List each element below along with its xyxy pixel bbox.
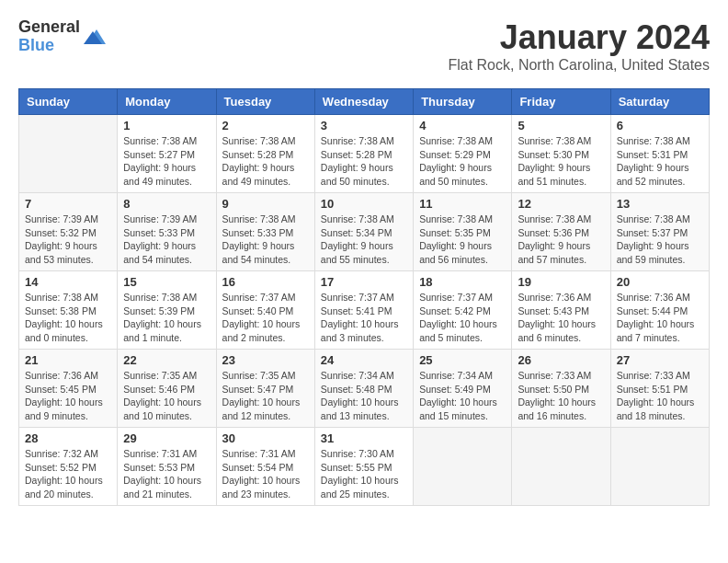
calendar-cell: 3Sunrise: 7:38 AM Sunset: 5:28 PM Daylig…	[314, 115, 413, 193]
day-number: 1	[123, 119, 210, 132]
calendar-cell: 5Sunrise: 7:38 AM Sunset: 5:30 PM Daylig…	[512, 115, 610, 193]
calendar-cell: 14Sunrise: 7:38 AM Sunset: 5:38 PM Dayli…	[19, 271, 118, 350]
calendar-week-row: 14Sunrise: 7:38 AM Sunset: 5:38 PM Dayli…	[19, 271, 710, 350]
calendar-cell	[610, 428, 709, 506]
calendar-day-header: Wednesday	[314, 89, 413, 115]
day-number: 8	[123, 197, 210, 211]
calendar-cell: 8Sunrise: 7:39 AM Sunset: 5:33 PM Daylig…	[118, 193, 216, 271]
calendar-week-row: 7Sunrise: 7:39 AM Sunset: 5:32 PM Daylig…	[19, 193, 710, 271]
calendar-cell: 4Sunrise: 7:38 AM Sunset: 5:29 PM Daylig…	[414, 115, 512, 193]
day-info: Sunrise: 7:36 AM Sunset: 5:45 PM Dayligh…	[25, 369, 111, 423]
day-info: Sunrise: 7:31 AM Sunset: 5:53 PM Dayligh…	[123, 447, 210, 501]
calendar-week-row: 28Sunrise: 7:32 AM Sunset: 5:52 PM Dayli…	[19, 428, 710, 506]
page-header: General Blue January 2024 Flat Rock, Nor…	[18, 18, 710, 74]
day-info: Sunrise: 7:34 AM Sunset: 5:48 PM Dayligh…	[321, 369, 407, 423]
day-number: 27	[617, 353, 703, 367]
day-number: 2	[222, 119, 309, 132]
calendar-cell: 16Sunrise: 7:37 AM Sunset: 5:40 PM Dayli…	[216, 271, 314, 350]
calendar-cell: 28Sunrise: 7:32 AM Sunset: 5:52 PM Dayli…	[19, 428, 118, 506]
calendar-day-header: Friday	[512, 89, 610, 115]
calendar-cell: 25Sunrise: 7:34 AM Sunset: 5:49 PM Dayli…	[414, 350, 512, 428]
calendar-cell: 18Sunrise: 7:37 AM Sunset: 5:42 PM Dayli…	[414, 271, 512, 350]
calendar-week-row: 21Sunrise: 7:36 AM Sunset: 5:45 PM Dayli…	[19, 350, 710, 428]
day-info: Sunrise: 7:38 AM Sunset: 5:36 PM Dayligh…	[518, 213, 604, 267]
day-number: 29	[123, 431, 210, 445]
day-info: Sunrise: 7:38 AM Sunset: 5:34 PM Dayligh…	[321, 213, 407, 267]
day-number: 10	[321, 197, 407, 211]
calendar-day-header: Saturday	[610, 89, 709, 115]
day-number: 25	[419, 353, 506, 367]
day-info: Sunrise: 7:37 AM Sunset: 5:41 PM Dayligh…	[321, 291, 407, 345]
calendar-cell: 29Sunrise: 7:31 AM Sunset: 5:53 PM Dayli…	[118, 428, 216, 506]
day-number: 20	[617, 275, 703, 289]
day-number: 6	[617, 119, 703, 132]
day-number: 31	[321, 431, 407, 445]
calendar-cell: 13Sunrise: 7:38 AM Sunset: 5:37 PM Dayli…	[610, 193, 709, 271]
calendar-cell: 2Sunrise: 7:38 AM Sunset: 5:28 PM Daylig…	[216, 115, 314, 193]
day-number: 13	[617, 197, 703, 211]
day-info: Sunrise: 7:32 AM Sunset: 5:52 PM Dayligh…	[25, 447, 111, 501]
calendar-cell: 20Sunrise: 7:36 AM Sunset: 5:44 PM Dayli…	[610, 271, 709, 350]
day-number: 16	[222, 275, 309, 289]
calendar-header-row: SundayMondayTuesdayWednesdayThursdayFrid…	[19, 89, 710, 115]
calendar-day-header: Thursday	[414, 89, 512, 115]
calendar-day-header: Sunday	[19, 89, 118, 115]
day-number: 12	[518, 197, 604, 211]
day-info: Sunrise: 7:38 AM Sunset: 5:33 PM Dayligh…	[222, 213, 309, 267]
day-info: Sunrise: 7:33 AM Sunset: 5:51 PM Dayligh…	[617, 369, 703, 423]
calendar-cell: 21Sunrise: 7:36 AM Sunset: 5:45 PM Dayli…	[19, 350, 118, 428]
calendar-cell: 11Sunrise: 7:38 AM Sunset: 5:35 PM Dayli…	[414, 193, 512, 271]
day-info: Sunrise: 7:38 AM Sunset: 5:38 PM Dayligh…	[25, 291, 111, 345]
day-number: 11	[419, 197, 506, 211]
day-info: Sunrise: 7:39 AM Sunset: 5:33 PM Dayligh…	[123, 213, 210, 267]
day-info: Sunrise: 7:38 AM Sunset: 5:29 PM Dayligh…	[419, 134, 506, 189]
day-number: 24	[321, 353, 407, 367]
day-number: 26	[518, 353, 604, 367]
logo-blue: Blue	[18, 37, 80, 55]
day-info: Sunrise: 7:38 AM Sunset: 5:31 PM Dayligh…	[617, 134, 703, 189]
calendar-cell: 6Sunrise: 7:38 AM Sunset: 5:31 PM Daylig…	[610, 115, 709, 193]
calendar-cell	[512, 428, 610, 506]
calendar-cell: 7Sunrise: 7:39 AM Sunset: 5:32 PM Daylig…	[19, 193, 118, 271]
day-info: Sunrise: 7:30 AM Sunset: 5:55 PM Dayligh…	[321, 447, 407, 501]
day-info: Sunrise: 7:38 AM Sunset: 5:35 PM Dayligh…	[419, 213, 506, 267]
day-info: Sunrise: 7:31 AM Sunset: 5:54 PM Dayligh…	[222, 447, 309, 501]
calendar-cell: 26Sunrise: 7:33 AM Sunset: 5:50 PM Dayli…	[512, 350, 610, 428]
day-info: Sunrise: 7:38 AM Sunset: 5:28 PM Dayligh…	[222, 134, 309, 189]
day-number: 19	[518, 275, 604, 289]
calendar-cell: 1Sunrise: 7:38 AM Sunset: 5:27 PM Daylig…	[118, 115, 216, 193]
day-info: Sunrise: 7:38 AM Sunset: 5:39 PM Dayligh…	[123, 291, 210, 345]
logo-icon	[84, 26, 106, 48]
calendar-cell: 17Sunrise: 7:37 AM Sunset: 5:41 PM Dayli…	[314, 271, 413, 350]
calendar-cell: 30Sunrise: 7:31 AM Sunset: 5:54 PM Dayli…	[216, 428, 314, 506]
day-info: Sunrise: 7:37 AM Sunset: 5:42 PM Dayligh…	[419, 291, 506, 345]
logo-text: General Blue	[18, 18, 80, 55]
day-info: Sunrise: 7:34 AM Sunset: 5:49 PM Dayligh…	[419, 369, 506, 423]
day-info: Sunrise: 7:35 AM Sunset: 5:46 PM Dayligh…	[123, 369, 210, 423]
day-number: 23	[222, 353, 309, 367]
calendar-day-header: Monday	[118, 89, 216, 115]
calendar-cell	[19, 115, 118, 193]
day-info: Sunrise: 7:38 AM Sunset: 5:27 PM Dayligh…	[123, 134, 210, 189]
title-section: January 2024 Flat Rock, North Carolina, …	[448, 18, 710, 74]
day-number: 21	[25, 353, 111, 367]
calendar-cell	[414, 428, 512, 506]
day-info: Sunrise: 7:38 AM Sunset: 5:28 PM Dayligh…	[321, 134, 407, 189]
day-number: 30	[222, 431, 309, 445]
calendar-cell: 12Sunrise: 7:38 AM Sunset: 5:36 PM Dayli…	[512, 193, 610, 271]
day-number: 3	[321, 119, 407, 132]
calendar-table: SundayMondayTuesdayWednesdayThursdayFrid…	[18, 88, 710, 506]
logo-general: General	[18, 18, 80, 37]
day-number: 4	[419, 119, 506, 132]
day-number: 5	[518, 119, 604, 132]
calendar-week-row: 1Sunrise: 7:38 AM Sunset: 5:27 PM Daylig…	[19, 115, 710, 193]
calendar-cell: 10Sunrise: 7:38 AM Sunset: 5:34 PM Dayli…	[314, 193, 413, 271]
day-info: Sunrise: 7:36 AM Sunset: 5:43 PM Dayligh…	[518, 291, 604, 345]
day-number: 9	[222, 197, 309, 211]
day-number: 15	[123, 275, 210, 289]
day-number: 7	[25, 197, 111, 211]
day-number: 14	[25, 275, 111, 289]
day-info: Sunrise: 7:36 AM Sunset: 5:44 PM Dayligh…	[617, 291, 703, 345]
day-info: Sunrise: 7:38 AM Sunset: 5:37 PM Dayligh…	[617, 213, 703, 267]
day-info: Sunrise: 7:35 AM Sunset: 5:47 PM Dayligh…	[222, 369, 309, 423]
